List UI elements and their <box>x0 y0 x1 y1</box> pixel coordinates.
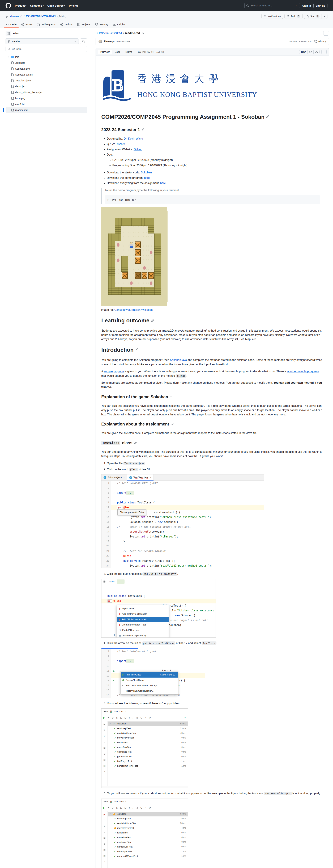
repo-owner-link[interactable]: khwang0 <box>10 14 22 18</box>
inline-link[interactable]: sample program <box>104 370 124 373</box>
file-tree-item[interactable]: demo_without_fixmap.jar <box>5 89 87 95</box>
tab-code[interactable]: Code <box>4 22 19 28</box>
test-case-row[interactable]: ✔ findPlayerTest 1 ms <box>108 759 188 764</box>
test-case-row[interactable]: ✔ gameOverTest 0 ms <box>108 844 188 849</box>
nav-pricing[interactable]: Pricing <box>69 4 78 7</box>
expand-all-icon[interactable]: ⊞ <box>120 806 122 810</box>
branch-selector[interactable]: master <box>5 38 79 44</box>
test-case-row[interactable]: ✔ numberOfRowsTest 1 ms <box>108 854 188 859</box>
sort-icon[interactable]: ⇅ <box>116 806 118 810</box>
menu-item[interactable]: Search for dependency... <box>117 633 169 638</box>
search-this-repo-button[interactable] <box>80 38 87 44</box>
close-icon[interactable]: ✕ <box>125 710 127 713</box>
file-tree-item[interactable]: img <box>5 54 87 60</box>
link-anchor-icon[interactable] <box>170 396 173 398</box>
breadcrumb-repo-link[interactable]: COMP2045-2324PA1 <box>96 32 122 35</box>
link-anchor-icon[interactable] <box>171 423 174 426</box>
history-icon[interactable]: ◎ <box>136 806 138 810</box>
go-to-file-box[interactable] <box>5 46 87 52</box>
commit-author[interactable]: khwang0 <box>104 40 114 43</box>
test-root-row[interactable]: ∨✕ TestClass 63 ms <box>108 812 188 816</box>
menu-item-coverage[interactable]: Run 'TestClass' with Coverage <box>121 683 177 688</box>
search-input[interactable] <box>250 4 293 7</box>
test-case-row[interactable]: ✔ moveBoxTest 0 ms <box>108 745 188 750</box>
inline-link[interactable]: Sokoban.java <box>170 359 187 362</box>
file-tree-item[interactable]: Sokoban_ani.gif <box>5 72 87 78</box>
test-case-row[interactable]: ✔ readmapTest 19 ms <box>108 816 188 821</box>
file-tree-item[interactable]: Sokoban.java <box>5 66 87 72</box>
close-icon[interactable]: ✕ <box>125 800 127 803</box>
rerun-icon[interactable]: ▶ <box>103 806 105 810</box>
test-case-row[interactable]: ✔ readmapTest 23 ms <box>108 726 188 731</box>
test-case-row[interactable]: ✔ isValidTest 0 ms <box>108 831 188 835</box>
link-anchor-icon[interactable] <box>135 348 139 351</box>
fork-button[interactable]: Fork 0 <box>285 14 303 19</box>
nav-open-source[interactable]: Open Source▾ <box>47 4 65 7</box>
next-icon[interactable]: ↓ <box>132 716 133 720</box>
inline-link[interactable]: another sample programe <box>287 370 319 373</box>
expand-all-icon[interactable]: ⊞ <box>120 716 122 720</box>
tab-preview[interactable]: Preview <box>98 50 112 54</box>
collapse-sidebar-icon[interactable] <box>5 31 11 36</box>
export-icon[interactable]: ↗ <box>144 716 146 720</box>
run-tab-label[interactable]: TestClass <box>113 710 124 713</box>
file-tree-item[interactable]: TestClass.java <box>5 78 87 84</box>
ignore-icon[interactable]: ⊘ <box>112 716 114 720</box>
sort-icon[interactable]: ⇅ <box>116 716 118 720</box>
link-anchor-icon[interactable] <box>151 319 154 322</box>
file-tree-item[interactable]: map1.txt <box>5 101 87 107</box>
file-tree-item[interactable]: demo.jar <box>5 84 87 89</box>
link-anchor-icon[interactable] <box>142 128 144 131</box>
test-case-row[interactable]: ✔ findPlayerTest 1 ms <box>108 849 188 854</box>
inline-link[interactable]: here <box>144 176 150 179</box>
tab-issues[interactable]: Issues <box>19 22 35 28</box>
history-icon[interactable]: ◎ <box>136 716 138 720</box>
import-icon[interactable]: ↘ <box>140 716 142 720</box>
menu-item-debug[interactable]: Debug 'TestClass' <box>121 678 177 683</box>
test-case-row[interactable]: ✔ readValidInputTest 43 ms <box>108 731 188 736</box>
tab-projects[interactable]: Projects <box>75 22 93 28</box>
test-case-row[interactable]: ✔ gameOverTest 0 ms <box>108 754 188 759</box>
file-tree-item[interactable]: hkbu.png <box>5 95 87 101</box>
export-icon[interactable]: ↗ <box>144 806 146 810</box>
file-tree-item[interactable]: .gitignore <box>5 60 87 66</box>
inline-link[interactable]: Dr. Kevin Wang <box>124 137 143 140</box>
download-icon[interactable] <box>313 50 320 54</box>
prev-icon[interactable]: ↑ <box>129 716 130 720</box>
run-tab-label[interactable]: TestClass <box>113 800 124 804</box>
ignore-icon[interactable]: ⊘ <box>112 806 114 810</box>
avatar[interactable] <box>99 39 102 43</box>
go-to-file-input[interactable] <box>11 48 85 51</box>
nav-solutions[interactable]: Solutions▾ <box>30 4 43 7</box>
inline-link[interactable]: Carloseow at English Wikipedia <box>114 308 153 311</box>
inline-link[interactable]: Sokoban <box>141 171 152 174</box>
rerun-icon[interactable]: ▶ <box>103 716 105 720</box>
tab-pull-requests[interactable]: Pull requests <box>35 22 58 28</box>
menu-item-modify-config[interactable]: Modify Run Configuration... <box>121 688 177 694</box>
test-case-row[interactable]: ✔ movePlayerTest 0 ms <box>108 736 188 740</box>
copy-file-icon[interactable] <box>307 50 313 54</box>
test-case-row[interactable]: ✔ existenceTest 0 ms <box>108 840 188 844</box>
import-icon[interactable]: ↘ <box>140 806 142 810</box>
test-case-row[interactable]: ✔ existenceTest 0 ms <box>108 750 188 754</box>
raw-button[interactable]: Raw <box>299 50 307 54</box>
tab-actions[interactable]: Actions <box>58 22 74 28</box>
github-logo-icon[interactable] <box>5 3 11 8</box>
history-link[interactable]: History <box>314 40 326 43</box>
star-button[interactable]: Star 2 <box>304 14 322 19</box>
tab-security[interactable]: Security <box>93 22 110 28</box>
menu-item[interactable]: Add 'testng' to classpath <box>117 612 169 617</box>
link-anchor-icon[interactable] <box>134 441 137 444</box>
sign-up-button[interactable]: Sign up <box>313 3 328 8</box>
link-anchor-icon[interactable] <box>266 115 269 118</box>
copy-path-icon[interactable] <box>142 32 144 34</box>
test-root-row[interactable]: ∨✔ TestClass 68 ms <box>108 721 188 726</box>
menu-item[interactable]: Find JAR on web <box>117 627 169 633</box>
next-icon[interactable]: ↓ <box>132 806 133 810</box>
tab-insights[interactable]: Insights <box>111 22 128 28</box>
show-passed-icon[interactable]: ✔ <box>107 806 109 810</box>
more-options-button[interactable] <box>323 31 329 36</box>
collapse-all-icon[interactable]: ⊟ <box>125 716 127 720</box>
menu-item[interactable]: Import class <box>117 606 169 612</box>
inline-link[interactable]: Discord <box>116 143 125 146</box>
